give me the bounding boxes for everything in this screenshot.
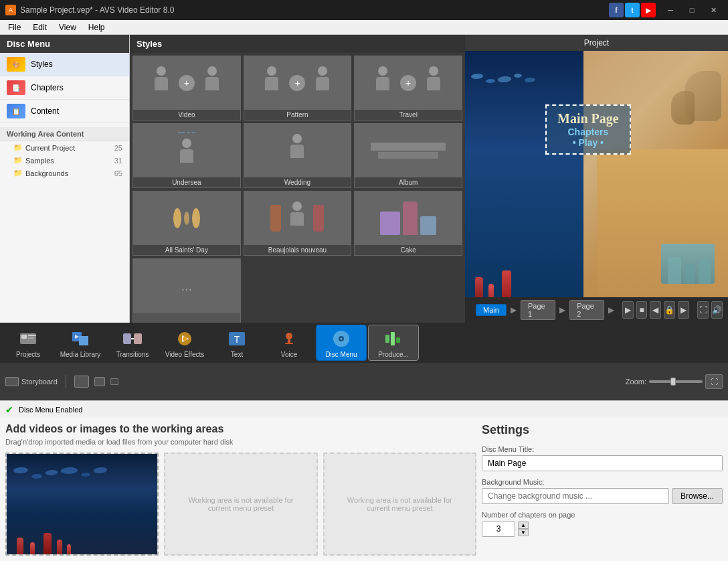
style-pattern[interactable]: + Pattern [244, 56, 352, 121]
working-slot-3[interactable]: Working area is not available for curren… [323, 453, 476, 556]
youtube-button[interactable]: ▶ [641, 3, 656, 17]
content-icon: 📋 [7, 104, 25, 118]
disc-menu-title-input[interactable] [482, 455, 723, 471]
working-slot-2[interactable]: Working area is not available for curren… [164, 453, 317, 556]
page-1-btn[interactable]: Page 1 [521, 300, 555, 320]
background-music-label: Background Music: [482, 478, 723, 486]
toolbar-disc-menu[interactable]: Disc Menu [316, 325, 367, 361]
page-2-btn[interactable]: Page 2 [569, 300, 604, 320]
preview-main-page: Main Page [557, 111, 619, 127]
chapters-up-button[interactable]: ▲ [518, 522, 529, 529]
toolbar-produce[interactable]: Produce... [368, 325, 419, 361]
social-icons: f t ▶ [609, 3, 656, 17]
current-project-count: 25 [114, 144, 122, 152]
prev-frame-button[interactable]: ◀ [650, 301, 661, 319]
svg-rect-21 [391, 332, 395, 345]
styles-grid: + Video + [132, 56, 462, 323]
volume-button[interactable]: 🔊 [711, 301, 723, 319]
toolbar-voice[interactable]: Voice [264, 325, 314, 361]
disc-menu-label: Disc Menu [325, 351, 357, 358]
tree-backgrounds[interactable]: 📁 Backgrounds 65 [0, 167, 129, 179]
style-partial[interactable]: ... ... [132, 258, 241, 323]
fullscreen-button[interactable]: ⛶ [697, 301, 709, 319]
nav-styles[interactable]: 🎨 Styles [0, 53, 129, 76]
svg-rect-22 [396, 337, 400, 343]
tree-current-project[interactable]: 📁 Current Project 25 [0, 141, 129, 154]
toolbar-media-library[interactable]: Media Library [55, 325, 106, 361]
maximize-button[interactable]: □ [682, 3, 701, 17]
lock-button[interactable]: 🔒 [664, 301, 675, 319]
zoom-control: Zoom: ⛶ [626, 374, 723, 389]
disc-menu-title: Disc Menu [0, 35, 129, 53]
status-check-icon: ✔ [5, 404, 13, 415]
next-frame-button[interactable]: ▶ [678, 301, 689, 319]
style-wedding-label: Wedding [244, 177, 351, 187]
produce-icon [383, 328, 404, 349]
folder-icon: 📁 [13, 156, 23, 165]
settings-panel: Settings Disc Menu Title: Background Mus… [482, 423, 723, 556]
disc-menu-enabled-label: Disc Menu Enabled [19, 406, 82, 414]
projects-icon [17, 328, 39, 349]
video-effects-label: Video Effects [165, 351, 205, 358]
samples-label: Samples [25, 157, 54, 165]
close-button[interactable]: ✕ [704, 3, 723, 17]
chapters-icon: 📑 [7, 80, 25, 95]
page-main-btn[interactable]: Main [476, 304, 507, 316]
nav-chapters[interactable]: 📑 Chapters [0, 76, 129, 100]
style-allsaints[interactable]: All Saints' Day [132, 191, 241, 256]
browse-button[interactable]: Browse... [672, 488, 723, 504]
text-label: Text [231, 351, 243, 358]
storyboard-toggle[interactable]: Storyboard [5, 377, 58, 386]
style-wedding[interactable]: Wedding [244, 123, 352, 188]
styles-grid-container[interactable]: + Video + [130, 53, 465, 323]
chapters-down-button[interactable]: ▼ [518, 529, 529, 536]
media-library-label: Media Library [60, 351, 101, 358]
facebook-button[interactable]: f [609, 3, 624, 17]
style-pattern-label: Pattern [244, 110, 351, 120]
style-video[interactable]: + Video [132, 56, 241, 121]
menu-help[interactable]: Help [83, 21, 110, 33]
menu-view[interactable]: View [54, 21, 82, 33]
stop-button[interactable]: ■ [636, 301, 648, 319]
style-undersea[interactable]: ~~ ~ ~ Undersea [132, 123, 241, 188]
folder-icon: 📁 [13, 143, 23, 152]
tree-samples[interactable]: 📁 Samples 31 [0, 154, 129, 167]
style-album-label: Album [355, 177, 462, 187]
working-slot-1[interactable] [5, 453, 159, 556]
style-video-label: Video [133, 110, 240, 120]
toolbar-transitions[interactable]: Transitions [107, 325, 158, 361]
style-beaujolais[interactable]: Beaujolais nouveau [244, 191, 352, 256]
twitter-button[interactable]: t [625, 3, 640, 17]
timeline-view-btn3[interactable] [110, 378, 118, 385]
style-travel[interactable]: + Travel [354, 56, 462, 121]
style-album[interactable]: Album [354, 123, 462, 188]
zoom-label: Zoom: [626, 378, 646, 386]
styles-icon: 🎨 [7, 57, 25, 72]
menu-edit[interactable]: Edit [27, 21, 52, 33]
nav-content[interactable]: 📋 Content [0, 100, 129, 123]
style-cake-label: Cake [355, 245, 462, 255]
chapters-input[interactable] [482, 521, 515, 537]
toolbar-text[interactable]: T Text [211, 325, 262, 361]
timeline-view-btn[interactable] [74, 376, 89, 388]
style-beaujolais-label: Beaujolais nouveau [244, 245, 351, 255]
slot-2-text: Working area is not available for curren… [165, 485, 316, 523]
play-button[interactable]: ▶ [622, 301, 634, 319]
minimize-button[interactable]: ─ [661, 3, 680, 17]
preview-controls: Main ▶ Page 1 ▶ Page 2 ▶ ▶ ■ ◀ 🔒 ▶ ⛶ 🔊 [465, 297, 728, 323]
menu-file[interactable]: File [3, 21, 26, 33]
toolbar-projects[interactable]: Projects [3, 325, 54, 361]
slot-3-text: Working area is not available for curren… [325, 485, 475, 523]
produce-label: Produce... [378, 351, 409, 358]
expand-btn[interactable]: ⛶ [705, 374, 723, 389]
page-chevron-3: ▶ [606, 303, 617, 317]
preview-header: Project [465, 35, 728, 51]
svg-rect-1 [21, 335, 27, 339]
toolbar-video-effects[interactable]: Video Effects [159, 325, 210, 361]
background-music-input[interactable] [482, 488, 669, 504]
timeline-view-btn2[interactable] [94, 377, 105, 386]
style-travel-label: Travel [355, 110, 462, 120]
zoom-slider[interactable] [649, 380, 703, 383]
style-cake[interactable]: Cake [354, 191, 462, 256]
transitions-label: Transitions [116, 351, 149, 358]
